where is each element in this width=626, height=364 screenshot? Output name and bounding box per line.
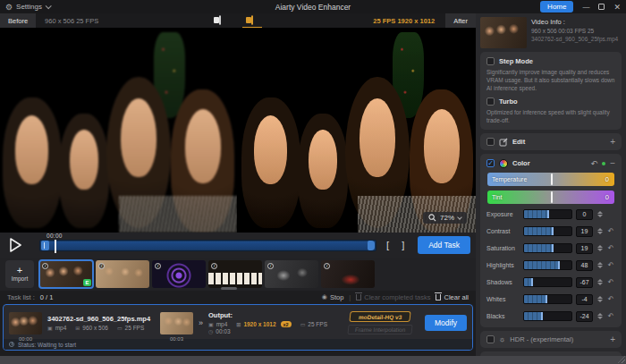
timeline-track[interactable] [39, 240, 376, 251]
slider-track[interactable] [523, 243, 572, 253]
edit-expand-button[interactable]: + [610, 137, 615, 147]
step-mode-row[interactable]: ✓ Step Mode [486, 57, 615, 65]
value-stepper[interactable] [596, 262, 603, 268]
info-icon[interactable]: i [42, 263, 48, 269]
slider-thumb[interactable] [552, 227, 554, 235]
step-up-icon[interactable] [597, 245, 603, 248]
slider-thumb[interactable] [546, 295, 547, 303]
value-stepper[interactable] [596, 296, 603, 302]
after-pane[interactable] [239, 28, 476, 233]
step-up-icon[interactable] [597, 296, 603, 299]
split-view-button[interactable] [214, 13, 226, 29]
slider-track[interactable] [523, 277, 572, 287]
trim-start-handle[interactable] [41, 241, 49, 250]
edit-checkbox[interactable]: ✓ [486, 138, 495, 146]
tint-thumb[interactable] [551, 191, 553, 203]
timeline[interactable]: 00:00 [39, 240, 376, 251]
step-down-icon[interactable] [597, 266, 603, 268]
task-row[interactable]: 00:00 3402762-sd_960_506_25fps.mp4 ▣mp4 … [3, 304, 473, 351]
slider-thumb[interactable] [552, 244, 554, 252]
close-button[interactable]: ✕ [613, 3, 621, 12]
color-collapse-button[interactable]: − [610, 158, 615, 168]
turbo-checkbox[interactable]: ✓ [486, 97, 495, 106]
edit-section[interactable]: ✓ Edit + [480, 133, 622, 150]
video-thumbnail-bw-room[interactable]: i [265, 260, 318, 288]
home-button[interactable]: Home [540, 1, 573, 13]
step-mode-checkbox[interactable]: ✓ [486, 57, 495, 65]
tint-slider[interactable]: Tint 0 [487, 190, 614, 204]
slider-thumb[interactable] [558, 261, 560, 269]
strip-scrollbar[interactable] [221, 287, 237, 290]
slider-track[interactable] [523, 294, 572, 304]
slider-track[interactable] [523, 311, 572, 321]
step-up-icon[interactable] [597, 211, 603, 214]
mark-out-button[interactable]: ] [399, 240, 407, 250]
undo-icon[interactable]: ↶ [606, 278, 615, 286]
mark-in-button[interactable]: [ [384, 240, 392, 250]
step-up-icon[interactable] [597, 228, 603, 231]
video-thumbnail-ferris-wheel[interactable]: i [152, 260, 206, 288]
after-tab[interactable]: After [445, 13, 476, 28]
before-pane[interactable] [0, 28, 237, 233]
before-tab[interactable]: Before [0, 13, 36, 28]
undo-icon[interactable]: ↶ [606, 312, 615, 320]
step-up-icon[interactable] [597, 262, 603, 265]
video-thumbnail-selfie-group[interactable]: i E [39, 260, 93, 288]
stop-button[interactable]: ◉Stop [322, 293, 344, 301]
clear-completed-button[interactable]: Clear completed tasks [356, 293, 430, 301]
undo-icon[interactable]: ↶ [606, 244, 615, 252]
slider-track[interactable] [523, 260, 572, 270]
trim-end-handle[interactable] [368, 241, 375, 250]
video-thumbnail-red-car[interactable]: i [321, 260, 375, 288]
step-down-icon[interactable] [597, 249, 603, 251]
resize-grip[interactable] [618, 356, 625, 363]
step-down-icon[interactable] [597, 300, 603, 302]
value-stepper[interactable] [596, 228, 603, 234]
step-up-icon[interactable] [597, 313, 603, 316]
hdr-checkbox[interactable]: ✓ [486, 335, 495, 343]
add-task-button[interactable]: Add Task [418, 236, 470, 254]
slider-thumb[interactable] [547, 210, 549, 218]
playhead[interactable] [55, 240, 56, 253]
value-stepper[interactable] [596, 279, 603, 285]
play-button[interactable] [5, 236, 25, 254]
value-stepper[interactable] [596, 313, 603, 319]
color-undo-button[interactable]: ↶ [591, 159, 598, 168]
hdr-section[interactable]: ✓ ☼ HDR - (experimental) + [480, 331, 622, 348]
color-checkbox[interactable]: ✓ [486, 159, 495, 167]
clear-all-button[interactable]: Clear all [436, 293, 469, 301]
info-icon[interactable]: i [267, 263, 274, 269]
turbo-row[interactable]: ✓ Turbo [486, 97, 615, 106]
maximize-button[interactable] [598, 4, 605, 10]
slider-track[interactable] [523, 209, 572, 219]
undo-icon[interactable]: ↶ [606, 295, 615, 303]
info-icon[interactable]: i [211, 263, 217, 269]
minimize-button[interactable]: — [582, 3, 589, 11]
import-button[interactable]: + Import [5, 260, 34, 288]
zoom-control[interactable]: 72% [423, 212, 467, 224]
modify-button[interactable]: Modify [425, 315, 467, 331]
chevron-down-icon[interactable] [46, 3, 52, 9]
step-up-icon[interactable] [597, 279, 603, 282]
undo-icon[interactable]: ↶ [606, 261, 615, 269]
side-by-side-view-button[interactable] [246, 13, 258, 29]
info-icon[interactable]: i [324, 263, 330, 269]
undo-icon[interactable]: ↶ [606, 227, 615, 235]
temperature-slider[interactable]: Temperature 0 [487, 173, 614, 186]
step-down-icon[interactable] [597, 232, 603, 234]
hdr-expand-button[interactable]: + [610, 334, 615, 344]
info-icon[interactable]: i [155, 263, 161, 269]
info-icon[interactable]: i [98, 263, 105, 269]
video-thumbnail-piano-hands[interactable]: i [208, 260, 262, 288]
slider-thumb[interactable] [531, 278, 533, 286]
step-down-icon[interactable] [597, 283, 603, 285]
step-down-icon[interactable] [597, 215, 603, 217]
step-down-icon[interactable] [597, 317, 603, 319]
settings-menu[interactable]: Settings [16, 3, 42, 11]
value-stepper[interactable] [596, 211, 603, 217]
color-header[interactable]: ✓ Color ↶ − [486, 158, 615, 168]
value-stepper[interactable] [596, 245, 603, 251]
temperature-thumb[interactable] [551, 174, 553, 185]
video-thumbnail-party-women[interactable]: i [96, 260, 149, 288]
slider-track[interactable] [523, 226, 572, 236]
